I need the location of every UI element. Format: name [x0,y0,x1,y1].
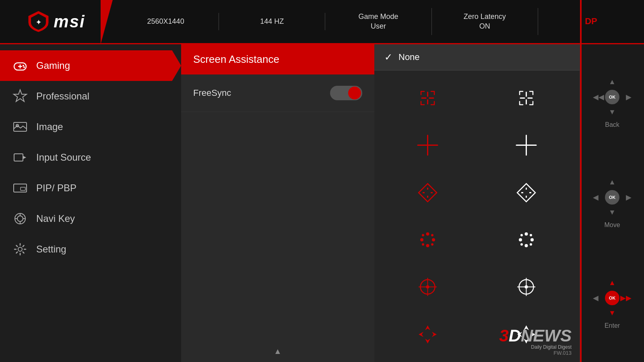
msi-brand-text: msi [54,12,85,31]
back-down-arrow[interactable]: ▼ [609,108,616,116]
crosshair-2-white-corner[interactable] [477,74,576,122]
sidebar-item-image[interactable]: Image [0,112,181,142]
svg-text:✦: ✦ [36,19,41,26]
sidebar-item-pip-pbp[interactable]: PIP/ PBP [0,173,181,203]
nav-enter-group: ▲ ◀ OK ▶▶ ▼ Enter [592,278,632,329]
input-source-icon [12,149,28,165]
sidebar-item-setting[interactable]: Setting [0,234,181,265]
logo-area: ✦ msi [0,0,113,43]
enter-up-arrow[interactable]: ▲ [609,279,616,287]
crosshair-7-red-dots[interactable] [378,216,477,263]
svg-point-4 [23,65,24,66]
svg-marker-65 [425,325,430,330]
svg-point-48 [431,243,433,246]
input-source-label: Input Source [36,152,91,163]
crosshair-4-white-cross[interactable] [477,122,576,169]
enter-left-arrow[interactable]: ◀ [593,294,599,302]
gaming-label: Gaming [36,60,70,71]
toggle-knob [348,87,361,99]
svg-point-50 [525,244,528,247]
svg-marker-66 [425,339,430,343]
pip-pbp-label: PIP/ PBP [36,182,76,194]
svg-rect-11 [21,187,25,190]
enter-ok-button[interactable]: OK [605,291,619,305]
sidebar: Gaming Professional Image [0,44,181,362]
crosshair-5-red-diamond[interactable] [378,169,477,216]
main-content: Gaming Professional Image [0,44,644,362]
crosshair-6-white-diamond[interactable] [477,169,576,216]
svg-point-44 [432,238,435,242]
navi-key-label: Navi Key [36,213,75,224]
navi-key-icon [12,211,28,227]
svg-point-53 [520,234,523,236]
middle-panel: Screen Assistance FreeSync ▲ [181,44,374,362]
svg-point-18 [18,247,22,251]
svg-point-60 [426,285,429,289]
svg-point-41 [426,232,429,236]
back-label: Back [605,121,619,128]
none-option[interactable]: ✓ None [374,44,580,70]
freesync-item[interactable]: FreeSync [181,74,374,112]
move-ok-button[interactable]: OK [605,190,619,205]
sidebar-item-input-source[interactable]: Input Source [0,142,181,173]
crosshair-grid [374,70,580,362]
crosshair-10-white-circle[interactable] [477,263,576,310]
nav-move-group: ▲ ◀ OK ▶ ▼ Move [592,177,632,229]
resolution-display: 2560X1440 [113,13,219,30]
crosshair-3-red-cross[interactable] [378,122,477,169]
svg-marker-31 [419,184,437,202]
svg-point-49 [525,232,528,236]
scroll-up-arrow[interactable]: ▲ [181,341,374,362]
screen-assistance-header[interactable]: Screen Assistance [181,44,374,74]
svg-marker-67 [419,332,423,337]
svg-point-56 [530,243,532,246]
back-dpad: ▲ ◀◀ OK ▶ ▼ [592,77,632,117]
crosshair-9-red-circle[interactable] [378,263,477,310]
sidebar-item-navi-key[interactable]: Navi Key [0,203,181,234]
move-dpad: ▲ ◀ OK ▶ ▼ [592,177,632,217]
3dnews-logo: 3DNEWS [499,327,572,344]
svg-point-5 [23,66,25,68]
gaming-icon [12,58,28,74]
back-ok-button[interactable]: OK [605,90,619,104]
enter-label: Enter [605,322,620,329]
svg-rect-9 [14,154,23,161]
professional-label: Professional [36,91,89,102]
move-right-arrow[interactable]: ▶ [626,193,632,202]
professional-icon [12,88,28,104]
back-up-arrow[interactable]: ▲ [609,78,616,86]
setting-label: Setting [36,244,66,255]
pip-pbp-icon [12,180,28,196]
image-icon [12,119,28,135]
svg-marker-6 [14,90,27,101]
move-left-arrow[interactable]: ◀ [593,193,599,202]
enter-down-arrow[interactable]: ▼ [609,309,616,317]
move-up-arrow[interactable]: ▲ [609,178,616,186]
enter-right-arrow[interactable]: ▶▶ [620,294,632,302]
header-info: 2560X1440 144 HZ Game Mode User Zero Lat… [113,0,644,43]
right-border [580,0,582,362]
back-left-arrow[interactable]: ◀◀ [593,93,604,101]
svg-point-13 [17,216,23,221]
svg-marker-36 [517,184,535,202]
crosshair-8-white-dots[interactable] [477,216,576,263]
setting-icon [12,241,28,257]
msi-shield-icon: ✦ [27,10,50,33]
crosshair-11-red-arrow[interactable] [378,311,477,358]
input-display: DP [538,12,644,31]
move-down-arrow[interactable]: ▼ [609,208,616,217]
watermark-subtitle: Daily Digital Digest [531,344,572,350]
sidebar-item-professional[interactable]: Professional [0,81,181,112]
msi-logo: ✦ msi [27,10,85,33]
svg-rect-10 [14,184,27,192]
none-label: None [398,52,420,62]
header: ✦ msi 2560X1440 144 HZ Game Mode User Ze… [0,0,644,44]
freesync-toggle[interactable] [330,86,362,100]
game-mode-display: Game Mode User [325,8,431,35]
crosshair-1-red-corner[interactable] [378,74,477,122]
sidebar-item-gaming[interactable]: Gaming [0,50,181,81]
nav-controls: ▲ ◀◀ OK ▶ ▼ Back ▲ ◀ OK ▶ ▼ Move ▲ ◀ [580,44,644,362]
back-right-arrow[interactable]: ▶ [626,93,632,101]
svg-point-45 [422,234,424,236]
svg-point-55 [520,243,523,246]
